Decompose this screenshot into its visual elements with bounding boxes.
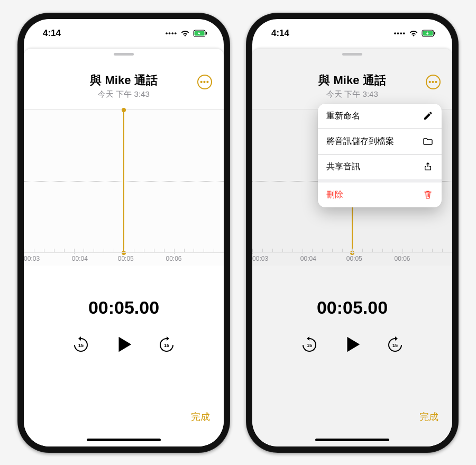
ruler-label: 00:03 xyxy=(252,255,268,262)
skip-back-15-button[interactable]: 15 xyxy=(72,335,90,353)
ruler-label: 00:06 xyxy=(166,255,181,262)
recording-title: 與 Mike 通話 xyxy=(24,72,224,88)
playback-controls: 15 15 xyxy=(252,333,452,356)
menu-item-share[interactable]: 共享音訊 xyxy=(318,154,442,179)
ruler-label: 00:03 xyxy=(24,255,40,262)
share-icon xyxy=(423,161,433,172)
ruler-label: 00:04 xyxy=(300,255,316,262)
recording-header: 與 Mike 通話 今天 下午 3:43 ••• xyxy=(24,72,224,99)
folder-icon xyxy=(423,136,433,147)
menu-item-label: 將音訊儲存到檔案 xyxy=(326,136,394,147)
home-indicator[interactable] xyxy=(87,439,161,441)
home-indicator[interactable] xyxy=(315,439,389,441)
menu-item-label: 共享音訊 xyxy=(326,161,360,172)
ruler-label: 00:04 xyxy=(72,255,88,262)
svg-text:15: 15 xyxy=(164,343,169,348)
waveform-area[interactable]: 00:03 00:04 00:05 00:06 xyxy=(24,109,224,266)
options-menu: 重新命名 將音訊儲存到檔案 共享音訊 刪除 xyxy=(318,104,442,207)
svg-rect-2 xyxy=(206,32,207,34)
ruler-label: 00:05 xyxy=(118,255,134,262)
svg-rect-7 xyxy=(434,32,435,34)
phone-frame-left: 4:14 •••• 與 Mike 通話 今天 下午 3:43 ••• xyxy=(17,13,230,453)
pencil-icon xyxy=(423,111,433,121)
battery-icon xyxy=(422,30,436,37)
elapsed-time: 00:05.00 xyxy=(252,297,452,318)
playback-sheet: 與 Mike 通話 今天 下午 3:43 ••• 00:03 00:04 00:… xyxy=(24,49,224,446)
playhead[interactable] xyxy=(123,110,124,253)
ruler-label: 00:05 xyxy=(346,255,362,262)
screen: 4:14 •••• 與 Mike 通話 今天 下午 3:43 ••• xyxy=(252,19,452,446)
svg-text:15: 15 xyxy=(307,343,312,348)
ruler-label: 00:06 xyxy=(394,255,410,262)
menu-item-label: 刪除 xyxy=(326,189,343,200)
recording-subtitle: 今天 下午 3:43 xyxy=(24,89,224,99)
more-options-button[interactable]: ••• xyxy=(426,75,441,89)
battery-icon xyxy=(193,30,208,37)
recording-header: 與 Mike 通話 今天 下午 3:43 ••• xyxy=(252,72,452,99)
skip-forward-15-button[interactable]: 15 xyxy=(386,335,404,353)
screen: 4:14 •••• 與 Mike 通話 今天 下午 3:43 ••• xyxy=(24,19,224,446)
phone-frame-right: 4:14 •••• 與 Mike 通話 今天 下午 3:43 ••• xyxy=(246,13,459,453)
status-time: 4:14 xyxy=(43,28,61,39)
svg-text:15: 15 xyxy=(392,343,398,348)
ruler-ticks xyxy=(24,249,224,254)
done-button[interactable]: 完成 xyxy=(191,411,210,423)
skip-back-15-button[interactable]: 15 xyxy=(300,335,318,353)
wifi-icon xyxy=(180,30,190,37)
recording-title: 與 Mike 通話 xyxy=(252,72,452,88)
play-button[interactable] xyxy=(341,333,364,356)
menu-item-delete[interactable]: 刪除 xyxy=(318,179,442,207)
menu-item-save-to-files[interactable]: 將音訊儲存到檔案 xyxy=(318,129,442,154)
trash-icon xyxy=(423,189,433,200)
skip-forward-15-button[interactable]: 15 xyxy=(158,335,176,353)
ruler-labels: 00:03 00:04 00:05 00:06 xyxy=(24,255,224,266)
svg-text:15: 15 xyxy=(78,343,84,348)
more-options-button[interactable]: ••• xyxy=(197,75,212,89)
sheet-grabber[interactable] xyxy=(114,53,134,56)
cellular-icon: •••• xyxy=(166,29,177,37)
menu-item-label: 重新命名 xyxy=(326,111,360,122)
status-bar: 4:14 •••• xyxy=(24,19,224,48)
status-bar: 4:14 •••• xyxy=(252,19,452,48)
playback-controls: 15 15 xyxy=(24,333,224,356)
elapsed-time: 00:05.00 xyxy=(24,297,224,318)
recording-subtitle: 今天 下午 3:43 xyxy=(252,89,452,99)
wifi-icon xyxy=(409,30,418,37)
ruler-ticks xyxy=(252,249,452,254)
play-button[interactable] xyxy=(112,333,135,356)
ruler-labels: 00:03 00:04 00:05 00:06 xyxy=(252,255,452,266)
done-button[interactable]: 完成 xyxy=(419,411,438,423)
menu-item-rename[interactable]: 重新命名 xyxy=(318,104,442,129)
sheet-grabber[interactable] xyxy=(342,53,362,56)
status-time: 4:14 xyxy=(271,28,289,39)
cellular-icon: •••• xyxy=(394,29,406,37)
